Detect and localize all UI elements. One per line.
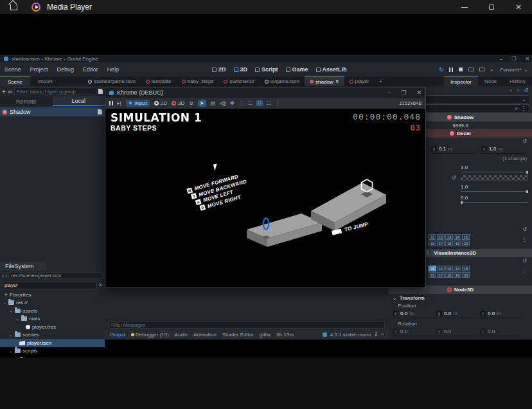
tab-node[interactable]: Node	[478, 77, 503, 86]
keep-aspect-icon[interactable]: ∷	[256, 100, 262, 106]
game-debug-window[interactable]: Khrome (DEBUG) – ❐ ✕ ▸| ✦Input 2D 3D ⊘	[105, 87, 426, 288]
decal-size-y-field[interactable]: y 0.1 m	[431, 146, 475, 154]
workspace-game[interactable]: Game	[286, 66, 308, 73]
next-frame-icon[interactable]: ▸|	[118, 100, 121, 106]
position-x-field[interactable]: x0.0m	[393, 311, 434, 318]
menu-debug[interactable]: Debug	[53, 66, 79, 73]
renderer-select[interactable]: Forward+⌄	[500, 62, 528, 77]
profiler-icon[interactable]: ⌕	[490, 66, 493, 73]
mode-3d-button[interactable]: 3D	[172, 100, 184, 106]
mute-audio-icon[interactable]: ◁)	[220, 100, 226, 106]
scene-tab-ui-game[interactable]: ui/game.tscn	[260, 77, 305, 86]
output-tab[interactable]: Output	[110, 332, 125, 338]
filter-options-icon[interactable]: ⋮	[521, 105, 526, 111]
rotation-z-field[interactable]: z0.0	[480, 329, 521, 336]
rotation-x-field[interactable]: x0.0	[393, 329, 434, 336]
fs-scenes[interactable]: ⌄scenes	[0, 331, 105, 340]
audio-tab[interactable]: Audio	[175, 332, 188, 338]
workspace-2d[interactable]: 2D	[212, 66, 226, 73]
fs-player-tres[interactable]: player.tres	[0, 323, 105, 331]
dock-tab-import[interactable]: Import	[30, 77, 60, 86]
game-minimize-icon[interactable]: –	[387, 89, 391, 96]
menu-editor[interactable]: Editor	[78, 66, 103, 73]
video-frame[interactable]: shadow.tscn - Khrome - Godot Engine – ❐ …	[0, 14, 532, 358]
history-forward-icon[interactable]: ›	[517, 87, 519, 93]
revert-icon[interactable]: ↺	[522, 226, 527, 232]
shader-editor-tab[interactable]: Shader Editor	[222, 332, 254, 338]
menu-scene[interactable]: Scene	[0, 66, 26, 73]
expand-panel-icon[interactable]: ^	[381, 332, 384, 338]
instance-scene-button[interactable]: ∞	[8, 88, 12, 95]
workspace-script[interactable]: Script	[255, 66, 278, 73]
scene-tab-baby-steps[interactable]: baby_steps	[177, 77, 219, 86]
stop-icon[interactable]	[459, 68, 463, 71]
object-history-icon[interactable]: ↺	[524, 87, 528, 93]
debugger-tab[interactable]: Debugger (15)	[131, 332, 169, 338]
fs-scripts[interactable]: ⌄scripts	[0, 347, 105, 356]
workspace-assetlib[interactable]: AssetLib	[316, 66, 347, 73]
grid-options-icon[interactable]: ⋮	[522, 268, 527, 274]
fs-res-root[interactable]: ⌄res://	[0, 299, 105, 307]
game-maximize-icon[interactable]: ❐	[401, 89, 406, 96]
normal-fade-slider[interactable]: 0.0	[461, 195, 528, 203]
filesystem-search-input[interactable]	[2, 282, 97, 289]
reload-icon[interactable]: ↻	[439, 66, 444, 73]
pin-icon[interactable]: ⊼	[374, 332, 378, 338]
nav-forward-icon[interactable]: ›	[5, 273, 7, 279]
fs-mats[interactable]: ⌄mats	[0, 315, 105, 323]
current-path[interactable]: res://scenes/player.tscn	[8, 272, 103, 279]
fs-favorites[interactable]: ★Favorites:	[0, 291, 105, 299]
remote-debug-icon[interactable]	[468, 68, 474, 71]
attach-script-icon[interactable]	[98, 89, 103, 94]
albedo-mix-slider[interactable]: 1.0	[461, 165, 528, 172]
dock-tab-scene[interactable]: Scene	[0, 77, 30, 86]
scene-filter-input[interactable]	[14, 87, 96, 95]
input-capture-icon[interactable]: ✥	[230, 100, 235, 106]
grid-options-icon[interactable]: ⋮	[522, 237, 527, 242]
revert-icon[interactable]: ↺	[522, 138, 527, 144]
input-mode-button[interactable]: ✦Input	[126, 100, 150, 107]
view-more-icon[interactable]: ⋮	[275, 100, 280, 106]
emission-energy-slider[interactable]: 1.0	[461, 184, 528, 192]
add-node-button[interactable]: +	[2, 88, 6, 95]
game-close-icon[interactable]: ✕	[416, 89, 421, 96]
maximize-button[interactable]	[478, 0, 505, 14]
scene-tab-template[interactable]: template	[141, 77, 177, 86]
modulate-color-strip[interactable]: ↺	[461, 175, 528, 181]
new-scene-tab-button[interactable]: +	[374, 77, 387, 86]
position-y-field[interactable]: y0.0m	[436, 311, 477, 318]
gdfxr-tab[interactable]: gdfxr	[260, 332, 271, 338]
godot-close-icon[interactable]: ✕	[525, 56, 529, 62]
workspace-3d[interactable]: 3D	[234, 66, 248, 73]
position-z-field[interactable]: z0.0m	[480, 311, 521, 318]
pause-icon[interactable]	[449, 68, 453, 72]
clear-search-icon[interactable]: ✕	[98, 282, 103, 288]
home-icon[interactable]	[10, 5, 17, 10]
open-script-icon[interactable]	[98, 109, 102, 114]
scene-tab-player[interactable]: player	[344, 77, 375, 86]
tab-inspector[interactable]: Inspector	[444, 77, 478, 86]
remote-tab[interactable]: Remote	[0, 96, 53, 106]
stretch-icon[interactable]: ⛶	[267, 100, 271, 107]
minimize-button[interactable]	[451, 0, 478, 14]
select-tool-button[interactable]: ➤	[198, 100, 206, 107]
pause-game-icon[interactable]	[109, 101, 113, 105]
fs-player-tscn[interactable]: player.tscn	[0, 339, 105, 347]
list-select-icon[interactable]: ▤	[211, 100, 216, 106]
camera-override-icon[interactable]: ⊘	[189, 100, 193, 106]
menu-help[interactable]: Help	[103, 66, 124, 73]
godot-maximize-icon[interactable]: ❐	[511, 56, 516, 62]
revert-icon[interactable]: ↺	[522, 258, 527, 264]
toolbar-more-icon[interactable]: ⋮	[239, 100, 244, 106]
history-back-icon[interactable]: ‹	[510, 87, 512, 93]
section-transform[interactable]: ⌄Transform	[389, 294, 532, 302]
filter-messages-input[interactable]	[109, 321, 385, 329]
version-label[interactable]: 4.5.1.stable.mono	[330, 332, 371, 338]
movie-writer-icon[interactable]	[479, 68, 484, 71]
godot-minimize-icon[interactable]: –	[500, 56, 502, 62]
fs-assets[interactable]: ⌄assets	[0, 307, 105, 315]
mode-2d-button[interactable]: 2D	[154, 100, 167, 106]
tab-close-icon[interactable]: ✕	[335, 79, 339, 84]
rotation-y-field[interactable]: y0.0	[436, 329, 477, 336]
scene-tab-shadow[interactable]: shadow✕	[305, 77, 344, 86]
